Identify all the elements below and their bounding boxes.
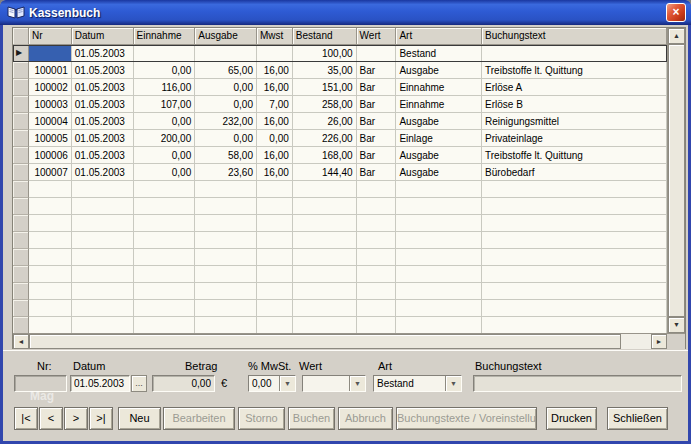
bearbeiten-button[interactable]: Bearbeiten <box>163 407 235 430</box>
cell-einnahme[interactable]: 200,00 <box>134 130 196 147</box>
cell-wert[interactable]: Bar <box>357 164 397 181</box>
cell-mwst[interactable] <box>257 249 293 266</box>
cell-einnahme[interactable] <box>134 198 196 215</box>
betrag-field[interactable] <box>152 375 215 392</box>
row-selector[interactable] <box>13 300 29 317</box>
cell-nr[interactable]: 100007 <box>29 164 72 181</box>
drucken-button[interactable]: Drucken <box>546 407 597 430</box>
table-row[interactable]: 10000701.05.20030,0023,6016,00144,40BarA… <box>13 164 667 181</box>
cell-bestand[interactable] <box>293 283 357 300</box>
vertical-scrollbar[interactable]: ▲ ▼ <box>667 28 685 333</box>
horizontal-scroll-track[interactable] <box>621 334 651 349</box>
cell-buchungstext[interactable] <box>482 266 667 283</box>
cell-datum[interactable]: 01.05.2003 <box>72 45 134 62</box>
row-selector[interactable] <box>13 283 29 300</box>
cell-wert[interactable]: Bar <box>357 96 397 113</box>
cell-bestand[interactable] <box>293 215 357 232</box>
cell-bestand[interactable] <box>293 317 357 333</box>
cell-buchungstext[interactable]: Erlöse B <box>482 96 667 113</box>
chevron-down-icon[interactable]: ▼ <box>445 376 461 391</box>
cell-nr[interactable] <box>29 317 72 333</box>
row-selector[interactable] <box>13 79 29 96</box>
schliessen-button[interactable]: Schließen <box>607 407 668 430</box>
nr-field[interactable] <box>14 375 67 392</box>
cell-wert[interactable] <box>357 181 397 198</box>
cell-nr[interactable]: 100005 <box>29 130 72 147</box>
voreinstellungen-button[interactable]: Buchungstexte / Voreinstellungen <box>396 407 537 430</box>
scroll-left-icon[interactable]: ◄ <box>13 334 29 349</box>
title-bar[interactable]: Kassenbuch × <box>0 0 691 25</box>
cell-einnahme[interactable] <box>134 215 196 232</box>
cell-einnahme[interactable] <box>134 300 196 317</box>
cell-mwst[interactable]: 16,00 <box>257 79 293 96</box>
cell-wert[interactable] <box>357 300 397 317</box>
cell-wert[interactable] <box>357 232 397 249</box>
cell-wert[interactable]: Bar <box>357 79 397 96</box>
row-selector[interactable] <box>13 130 29 147</box>
cell-datum[interactable]: 01.05.2003 <box>72 130 134 147</box>
cell-ausgabe[interactable]: 58,00 <box>195 147 257 164</box>
cell-nr[interactable]: 100002 <box>29 79 72 96</box>
cell-art[interactable]: Ausgabe <box>396 147 482 164</box>
art-combo[interactable]: Bestand ▼ <box>373 375 462 392</box>
table-row[interactable] <box>13 215 667 232</box>
cell-nr[interactable]: 100003 <box>29 96 72 113</box>
cell-bestand[interactable] <box>293 181 357 198</box>
close-button[interactable]: × <box>666 3 686 22</box>
row-selector[interactable] <box>13 215 29 232</box>
table-row[interactable] <box>13 232 667 249</box>
next-record-button[interactable]: > <box>64 407 88 430</box>
horizontal-scrollbar[interactable]: ◄ ► <box>13 334 667 349</box>
buchen-button[interactable]: Buchen <box>288 407 335 430</box>
cell-ausgabe[interactable]: 0,00 <box>195 96 257 113</box>
table-row[interactable]: 10000301.05.2003107,000,007,00258,00BarE… <box>13 96 667 113</box>
cell-buchungstext[interactable] <box>482 232 667 249</box>
cell-nr[interactable] <box>29 266 72 283</box>
cell-datum[interactable] <box>72 283 134 300</box>
scroll-down-icon[interactable]: ▼ <box>668 317 685 333</box>
cell-buchungstext[interactable] <box>482 181 667 198</box>
cell-buchungstext[interactable] <box>482 249 667 266</box>
first-record-button[interactable]: |< <box>14 407 38 430</box>
cell-art[interactable]: Einnahme <box>396 96 482 113</box>
cell-mwst[interactable]: 7,00 <box>257 96 293 113</box>
cell-buchungstext[interactable] <box>482 300 667 317</box>
cell-bestand[interactable]: 144,40 <box>293 164 357 181</box>
row-selector[interactable] <box>13 113 29 130</box>
cell-buchungstext[interactable] <box>482 198 667 215</box>
table-row[interactable]: 10000201.05.2003116,000,0016,00151,00Bar… <box>13 79 667 96</box>
cell-einnahme[interactable] <box>134 181 196 198</box>
cell-bestand[interactable]: 35,00 <box>293 62 357 79</box>
wert-combo[interactable]: ▼ <box>302 375 366 392</box>
cell-einnahme[interactable] <box>134 232 196 249</box>
cell-einnahme[interactable]: 0,00 <box>134 147 196 164</box>
cell-mwst[interactable] <box>257 45 293 62</box>
cell-datum[interactable] <box>72 317 134 333</box>
scroll-right-icon[interactable]: ► <box>651 334 667 349</box>
cell-art[interactable] <box>396 198 482 215</box>
cell-art[interactable] <box>396 249 482 266</box>
row-selector[interactable] <box>13 181 29 198</box>
prev-record-button[interactable]: < <box>39 407 63 430</box>
table-row[interactable] <box>13 198 667 215</box>
column-header-buchungstext[interactable]: Buchungstext <box>482 28 667 45</box>
column-header-datum[interactable]: Datum <box>72 28 134 45</box>
cell-buchungstext[interactable] <box>482 283 667 300</box>
cell-bestand[interactable] <box>293 266 357 283</box>
cell-art[interactable] <box>396 215 482 232</box>
cell-mwst[interactable] <box>257 181 293 198</box>
cell-nr[interactable]: 100001 <box>29 62 72 79</box>
column-header-einnahme[interactable]: Einnahme <box>134 28 196 45</box>
cell-nr[interactable] <box>29 181 72 198</box>
neu-button[interactable]: Neu <box>118 407 161 430</box>
table-row[interactable] <box>13 181 667 198</box>
cell-buchungstext[interactable]: Treibstoffe lt. Quittung <box>482 147 667 164</box>
cell-einnahme[interactable] <box>134 317 196 333</box>
cell-bestand[interactable]: 226,00 <box>293 130 357 147</box>
table-row[interactable]: 10000101.05.20030,0065,0016,0035,00BarAu… <box>13 62 667 79</box>
cell-ausgabe[interactable] <box>195 181 257 198</box>
cell-nr[interactable]: 100004 <box>29 113 72 130</box>
column-header-art[interactable]: Art <box>396 28 482 45</box>
column-header-bestand[interactable]: Bestand <box>293 28 357 45</box>
cell-einnahme[interactable]: 0,00 <box>134 164 196 181</box>
